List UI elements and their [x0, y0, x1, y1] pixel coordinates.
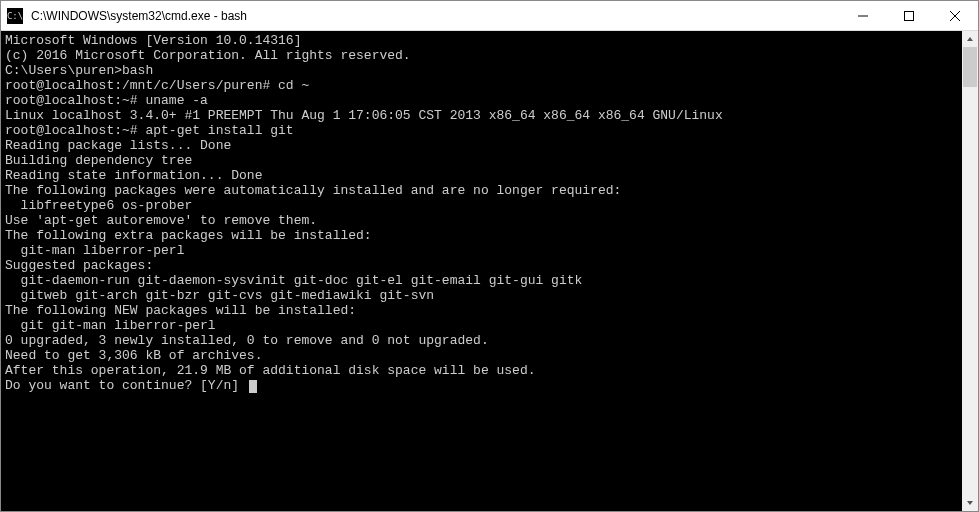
terminal-line: The following extra packages will be ins… — [5, 228, 958, 243]
terminal-line: libfreetype6 os-prober — [5, 198, 958, 213]
terminal-line: Reading package lists... Done — [5, 138, 958, 153]
terminal-cursor — [249, 380, 257, 393]
svg-rect-1 — [905, 11, 914, 20]
terminal-line: root@localhost:~# uname -a — [5, 93, 958, 108]
window-title: C:\WINDOWS\system32\cmd.exe - bash — [31, 9, 840, 23]
terminal-line: Linux localhost 3.4.0+ #1 PREEMPT Thu Au… — [5, 108, 958, 123]
terminal-line: git-daemon-run git-daemon-sysvinit git-d… — [5, 273, 958, 288]
terminal-line: Microsoft Windows [Version 10.0.14316] — [5, 33, 958, 48]
terminal-line: Building dependency tree — [5, 153, 958, 168]
maximize-button[interactable] — [886, 1, 932, 30]
vertical-scrollbar[interactable] — [962, 31, 978, 511]
minimize-button[interactable] — [840, 1, 886, 30]
terminal-line: root@localhost:~# apt-get install git — [5, 123, 958, 138]
scrollbar-thumb[interactable] — [963, 47, 977, 87]
scrollbar-down-button[interactable] — [962, 495, 978, 511]
terminal-line: git git-man liberror-perl — [5, 318, 958, 333]
terminal-line: Suggested packages: — [5, 258, 958, 273]
cmd-window: C:\ C:\WINDOWS\system32\cmd.exe - bash M… — [0, 0, 979, 512]
terminal-line: 0 upgraded, 3 newly installed, 0 to remo… — [5, 333, 958, 348]
terminal-line: Use 'apt-get autoremove' to remove them. — [5, 213, 958, 228]
terminal-line: The following NEW packages will be insta… — [5, 303, 958, 318]
svg-marker-4 — [967, 37, 973, 41]
titlebar[interactable]: C:\ C:\WINDOWS\system32\cmd.exe - bash — [1, 1, 978, 31]
terminal-output[interactable]: Microsoft Windows [Version 10.0.14316](c… — [1, 31, 962, 511]
close-button[interactable] — [932, 1, 978, 30]
terminal-line: root@localhost:/mnt/c/Users/puren# cd ~ — [5, 78, 958, 93]
cmd-icon: C:\ — [7, 8, 23, 24]
terminal-line: (c) 2016 Microsoft Corporation. All righ… — [5, 48, 958, 63]
terminal-line: Reading state information... Done — [5, 168, 958, 183]
terminal-line: Do you want to continue? [Y/n] — [5, 378, 958, 393]
terminal-line: Need to get 3,306 kB of archives. — [5, 348, 958, 363]
terminal-line: The following packages were automaticall… — [5, 183, 958, 198]
terminal-line: C:\Users\puren>bash — [5, 63, 958, 78]
terminal-line: After this operation, 21.9 MB of additio… — [5, 363, 958, 378]
terminal-line: gitweb git-arch git-bzr git-cvs git-medi… — [5, 288, 958, 303]
scrollbar-up-button[interactable] — [962, 31, 978, 47]
terminal-container: Microsoft Windows [Version 10.0.14316](c… — [1, 31, 978, 511]
svg-marker-5 — [967, 501, 973, 505]
terminal-line: git-man liberror-perl — [5, 243, 958, 258]
window-controls — [840, 1, 978, 30]
